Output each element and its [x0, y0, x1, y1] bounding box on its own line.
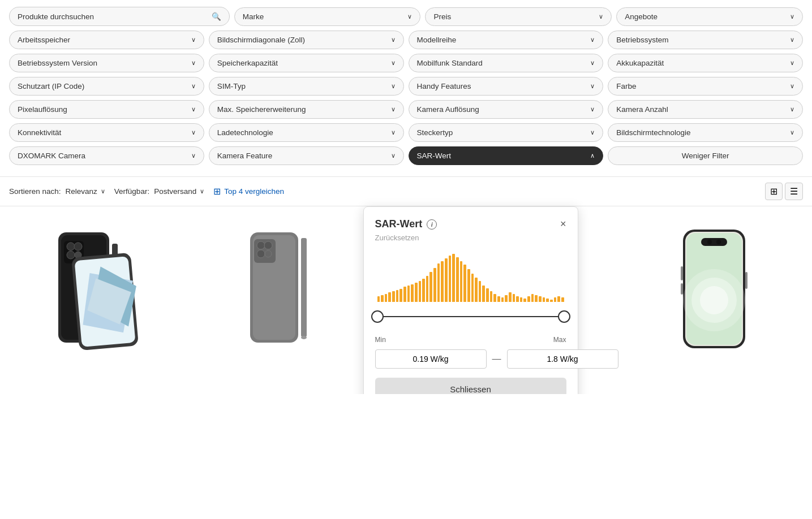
products-area: SAR-Wert i × Zurücksetzen Min Max — — [0, 206, 812, 394]
search-filter-label: Produkte durchsuchen — [18, 12, 94, 21]
slider-thumb-max[interactable] — [558, 310, 570, 323]
sar-wert-popup: SAR-Wert i × Zurücksetzen Min Max — — [363, 206, 578, 394]
sar-popup-title: SAR-Wert i — [375, 218, 437, 230]
filter-max-speichererweiterung-btn[interactable]: Max. Speichererweiterung ∨ — [209, 100, 404, 119]
weniger-filter-label: Weniger Filter — [682, 152, 729, 160]
svg-point-27 — [707, 240, 712, 244]
compare-label: Top 4 vergleichen — [224, 187, 284, 196]
filter-sar-wert-btn[interactable]: SAR-Wert ∧ — [409, 146, 604, 165]
svg-point-4 — [74, 243, 82, 250]
chevron-up-icon: ∧ — [590, 152, 595, 159]
sar-reset-link[interactable]: Zurücksetzen — [375, 233, 566, 242]
product-image-1 — [41, 227, 154, 351]
sar-close-button-label: Schliessen — [450, 384, 491, 394]
filter-sim-typ-btn[interactable]: SIM-Typ ∨ — [209, 77, 404, 96]
product-card-3 — [625, 215, 803, 385]
filter-preis-btn[interactable]: Preis ∨ — [425, 7, 612, 26]
sar-range-slider[interactable] — [377, 306, 564, 327]
filter-pixelaufloesung-label: Pixelauflösung — [18, 105, 67, 114]
filter-schutzart-btn[interactable]: Schutzart (IP Code) ∨ — [9, 77, 204, 96]
filter-betriebssystem-label: Betriebssystem — [616, 36, 668, 44]
filter-arbeitsspeicher-btn[interactable]: Arbeitsspeicher ∨ — [9, 31, 204, 49]
chevron-down-icon: ∨ — [391, 83, 396, 90]
sort-select[interactable]: Sortieren nach: Relevanz ∨ — [9, 187, 105, 196]
filter-steckertyp-label: Steckertyp — [417, 128, 453, 137]
available-label: Verfügbar: — [114, 187, 149, 196]
available-value: Postversand — [154, 187, 196, 196]
filter-handy-features-btn[interactable]: Handy Features ∨ — [409, 77, 604, 96]
chevron-down-icon: ∨ — [407, 13, 412, 20]
sar-close-button[interactable]: Schliessen — [375, 378, 566, 394]
svg-point-5 — [67, 251, 75, 259]
range-min-label: Min — [375, 336, 386, 344]
samsung-dark-phone-image — [47, 227, 149, 351]
svg-rect-21 — [301, 238, 307, 337]
chevron-down-icon: ∨ — [191, 83, 196, 90]
filter-kamera-feature-btn[interactable]: Kamera Feature ∨ — [209, 146, 404, 165]
grid-view-btn[interactable]: ⊞ — [765, 183, 783, 200]
chevron-down-icon: ∨ — [790, 129, 794, 136]
filter-bildschirmtechnologie-btn[interactable]: Bildschirmtechnologie ∨ — [608, 123, 803, 142]
filter-marke-label: Marke — [243, 12, 264, 21]
filter-sar-wert-label: SAR-Wert — [417, 152, 452, 160]
filter-modellreihe-btn[interactable]: Modellreihe ∨ — [409, 31, 604, 49]
filter-ladetechnologie-btn[interactable]: Ladetechnologie ∨ — [209, 123, 404, 142]
chevron-down-icon: ∨ — [590, 36, 595, 44]
filter-speicherkapazitaet-btn[interactable]: Speicherkapazität ∨ — [209, 54, 404, 72]
chevron-down-icon: ∨ — [590, 106, 595, 113]
chevron-down-icon: ∨ — [391, 36, 396, 44]
filter-marke-btn[interactable]: Marke ∨ — [234, 7, 421, 26]
available-select[interactable]: Verfügbar: Postversand ∨ — [114, 187, 204, 196]
filter-mobilfunk-standard-btn[interactable]: Mobilfunk Standard ∨ — [409, 54, 604, 72]
range-min-input[interactable] — [375, 349, 487, 369]
filter-angebote-btn[interactable]: Angebote ∨ — [616, 7, 803, 26]
filter-dxomark-label: DXOMARK Camera — [18, 152, 85, 160]
svg-point-22 — [301, 336, 307, 339]
filter-dxomark-btn[interactable]: DXOMARK Camera ∨ — [9, 146, 204, 165]
info-icon[interactable]: i — [427, 219, 437, 230]
sar-popup-close-btn[interactable]: × — [560, 218, 566, 230]
svg-point-18 — [264, 241, 272, 249]
filter-row-3: Betriebssystem Version ∨ Speicherkapazit… — [9, 54, 803, 72]
range-dash: — — [492, 354, 501, 364]
filter-betriebssystem-version-btn[interactable]: Betriebssystem Version ∨ — [9, 54, 204, 72]
chevron-down-icon: ∨ — [790, 36, 794, 44]
sort-label: Sortieren nach: — [9, 187, 61, 196]
chevron-down-icon: ∨ — [391, 59, 396, 67]
range-max-input[interactable] — [507, 349, 618, 369]
close-icon: × — [560, 218, 566, 230]
filter-kamera-anzahl-btn[interactable]: Kamera Anzahl ∨ — [608, 100, 803, 119]
svg-rect-26 — [701, 238, 727, 246]
filter-arbeitsspeicher-label: Arbeitsspeicher — [18, 36, 70, 44]
view-toggle: ⊞ ☰ — [765, 183, 803, 200]
grid-icon: ⊞ — [770, 187, 777, 196]
chevron-down-icon: ∨ — [191, 129, 196, 136]
chevron-down-icon: ∨ — [790, 106, 794, 113]
filter-row-7: DXOMARK Camera ∨ Kamera Feature ∨ SAR-We… — [9, 146, 803, 165]
product-card-1 — [9, 215, 187, 385]
filter-pixelaufloesung-btn[interactable]: Pixelauflösung ∨ — [9, 100, 204, 119]
filter-farbe-btn[interactable]: Farbe ∨ — [608, 77, 803, 96]
filter-akkukapazitaet-btn[interactable]: Akkukapazität ∨ — [608, 54, 803, 72]
weniger-filter-btn[interactable]: Weniger Filter — [608, 146, 803, 165]
filter-row-5: Pixelauflösung ∨ Max. Speichererweiterun… — [9, 100, 803, 119]
compare-link[interactable]: ⊞ Top 4 vergleichen — [213, 186, 284, 197]
filter-bildschirmdiagonale-btn[interactable]: Bildschirmdiagonale (Zoll) ∨ — [209, 31, 404, 49]
filter-preis-label: Preis — [433, 12, 451, 21]
filter-betriebssystem-btn[interactable]: Betriebssystem ∨ — [608, 31, 803, 49]
list-view-btn[interactable]: ☰ — [785, 183, 803, 200]
chevron-down-icon: ∨ — [590, 129, 595, 136]
filter-steckertyp-btn[interactable]: Steckertyp ∨ — [409, 123, 604, 142]
range-max-label: Max — [553, 336, 566, 344]
filter-konnektivitaet-btn[interactable]: Konnektivität ∨ — [9, 123, 204, 142]
slider-thumb-min[interactable] — [371, 310, 384, 323]
sar-chart — [375, 251, 566, 302]
filter-kamera-aufloesung-btn[interactable]: Kamera Auflösung ∨ — [409, 100, 604, 119]
search-filter-btn[interactable]: Produkte durchsuchen 🔍 — [9, 7, 230, 26]
range-labels: Min Max — [375, 336, 566, 344]
svg-point-31 — [700, 286, 728, 314]
product-image-2 — [230, 227, 343, 351]
compare-grid-icon: ⊞ — [213, 186, 221, 197]
slider-fill — [377, 316, 564, 317]
filter-ladetechnologie-label: Ladetechnologie — [217, 128, 273, 137]
